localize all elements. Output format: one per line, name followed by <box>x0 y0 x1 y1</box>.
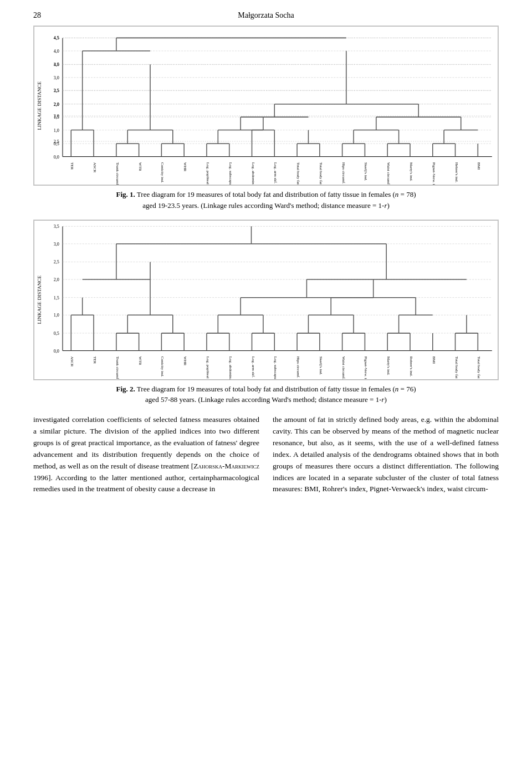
svg-text:WTR: WTR <box>138 356 142 365</box>
right-column: the amount of fat in strictly defined bo… <box>273 414 499 500</box>
figure-2-container: LINKAGE DISTANCE 3,5 3,0 2,5 2,0 1,5 1,0… <box>33 220 499 405</box>
svg-text:1,0: 1,0 <box>54 313 59 318</box>
left-column: investigated correlation coefficients of… <box>33 414 259 500</box>
svg-text:2,5: 2,5 <box>54 260 59 265</box>
svg-text:4,0: 4,0 <box>54 49 59 54</box>
svg-text:Log. subscapul. skf.: Log. subscapul. skf. <box>273 356 278 380</box>
fig2-line2: aged 57-88 years. (Linkage rules accordi… <box>145 395 381 404</box>
svg-text:Skerlj's ind.: Skerlj's ind. <box>319 356 323 375</box>
svg-text:2,0: 2,0 <box>54 102 59 107</box>
svg-text:BMI: BMI <box>477 162 481 170</box>
svg-text:TER: TER <box>70 162 74 170</box>
fig1-line2: aged 19-23.5 years. (Linkage rules accor… <box>142 201 384 210</box>
svg-text:Log. popliteal skf.: Log. popliteal skf. <box>206 356 210 380</box>
svg-text:TER: TER <box>93 356 97 364</box>
svg-text:3,5: 3,5 <box>54 225 59 230</box>
svg-text:2,0: 2,0 <box>54 278 59 283</box>
svg-text:Total body fat (kg): Total body fat (kg) <box>477 356 481 380</box>
svg-text:Conicity ind.: Conicity ind. <box>160 162 165 183</box>
svg-text:WTR: WTR <box>138 162 142 171</box>
fig2-end: ) <box>385 395 387 404</box>
svg-text:0,0: 0,0 <box>54 155 59 160</box>
svg-text:Trunk circumf. ind.: Trunk circumf. ind. <box>115 356 120 380</box>
figure-2-image: LINKAGE DISTANCE 3,5 3,0 2,5 2,0 1,5 1,0… <box>33 220 499 380</box>
svg-text:ASCR: ASCR <box>70 356 74 367</box>
fig1-nval: = 78) <box>398 190 416 198</box>
svg-text:Marty's ind.: Marty's ind. <box>386 356 391 375</box>
svg-text:3,5: 3,5 <box>54 62 59 67</box>
fig1-label: Fig. 1. <box>116 190 135 198</box>
svg-text:Pignet-Verw. ind.: Pignet-Verw. ind. <box>432 162 436 186</box>
page-header: 28 Małgorzata Socha <box>33 11 499 20</box>
svg-text:ASCR: ASCR <box>93 162 97 173</box>
svg-text:Log. subscapul. skf.: Log. subscapul. skf. <box>228 162 233 186</box>
svg-text:Total body fat (%): Total body fat (%) <box>454 356 459 380</box>
svg-text:Waist circumf. ind.: Waist circumf. ind. <box>386 162 391 186</box>
svg-text:4,5: 4,5 <box>54 35 59 40</box>
svg-text:BMI: BMI <box>432 356 436 364</box>
fig2-text: Tree diagram for 19 measures of total bo… <box>135 385 395 393</box>
svg-text:3,0: 3,0 <box>54 242 59 247</box>
svg-text:1,0: 1,0 <box>54 128 59 133</box>
svg-text:1,5: 1,5 <box>54 115 59 120</box>
svg-text:0,5: 0,5 <box>54 141 59 146</box>
svg-text:2,5: 2,5 <box>54 88 59 93</box>
figure-1-caption: Fig. 1. Tree diagram for 19 measures of … <box>33 189 499 211</box>
left-para-1: investigated correlation coefficients of… <box>33 414 259 495</box>
svg-text:Log. arm skf.: Log. arm skf. <box>273 162 278 184</box>
svg-text:Hehrer's ind.: Hehrer's ind. <box>454 162 459 183</box>
svg-text:Rohrer's ind.: Rohrer's ind. <box>409 356 413 377</box>
svg-text:LINKAGE DISTANCE: LINKAGE DISTANCE <box>37 276 42 324</box>
svg-text:Marty's ind.: Marty's ind. <box>409 162 413 181</box>
text-body: investigated correlation coefficients of… <box>33 414 499 500</box>
svg-text:Conicity ind.: Conicity ind. <box>160 356 165 377</box>
svg-text:Hips circumf. ind.: Hips circumf. ind. <box>296 356 300 380</box>
svg-text:Trunk circumf. ind.: Trunk circumf. ind. <box>115 162 120 186</box>
svg-text:0,0: 0,0 <box>54 349 59 354</box>
fig2-nval: = 76) <box>398 385 416 393</box>
figure-2-caption: Fig. 2. Tree diagram for 19 measures of … <box>33 384 499 405</box>
right-para-1: the amount of fat in strictly defined bo… <box>273 414 499 495</box>
figure-1-image: LINKAGE DISTANCE 4,5 4,0 3,5 3,0 2,5 2,0 <box>33 26 499 186</box>
fig1-text: Tree diagram for 19 measures of total bo… <box>135 190 395 198</box>
svg-text:Hips circumf. ind.: Hips circumf. ind. <box>341 162 346 186</box>
svg-text:Waist circumf. ind.: Waist circumf. ind. <box>341 356 346 380</box>
svg-text:WHR: WHR <box>183 162 187 172</box>
svg-text:Log. abdominal skf.: Log. abdominal skf. <box>228 356 233 380</box>
fig1-end: ) <box>387 201 389 210</box>
fig2-label: Fig. 2. <box>116 385 135 393</box>
svg-text:1,5: 1,5 <box>54 296 59 300</box>
svg-text:LINKAGE DISTANCE: LINKAGE DISTANCE <box>37 82 42 130</box>
svg-text:WHR: WHR <box>183 356 187 366</box>
svg-text:Total body fat (kg): Total body fat (kg) <box>319 162 323 186</box>
svg-text:3,0: 3,0 <box>54 75 59 80</box>
page-number: 28 <box>33 11 41 20</box>
svg-text:Pignet-Verw. ind.: Pignet-Verw. ind. <box>364 356 368 380</box>
svg-text:Skerlj's ind.: Skerlj's ind. <box>364 162 368 181</box>
svg-text:0,5: 0,5 <box>54 331 59 336</box>
svg-text:Log. abdominal skf.: Log. abdominal skf. <box>251 162 255 186</box>
figure-1-container: LINKAGE DISTANCE 4,5 4,0 3,5 3,0 2,5 2,0 <box>33 26 499 211</box>
page-author: Małgorzata Socha <box>238 11 294 19</box>
svg-text:Log. arm skf.: Log. arm skf. <box>251 356 255 378</box>
svg-text:Log. popliteal skf.: Log. popliteal skf. <box>206 162 210 186</box>
svg-text:Total body fat(%): Total body fat(%) <box>296 162 300 186</box>
